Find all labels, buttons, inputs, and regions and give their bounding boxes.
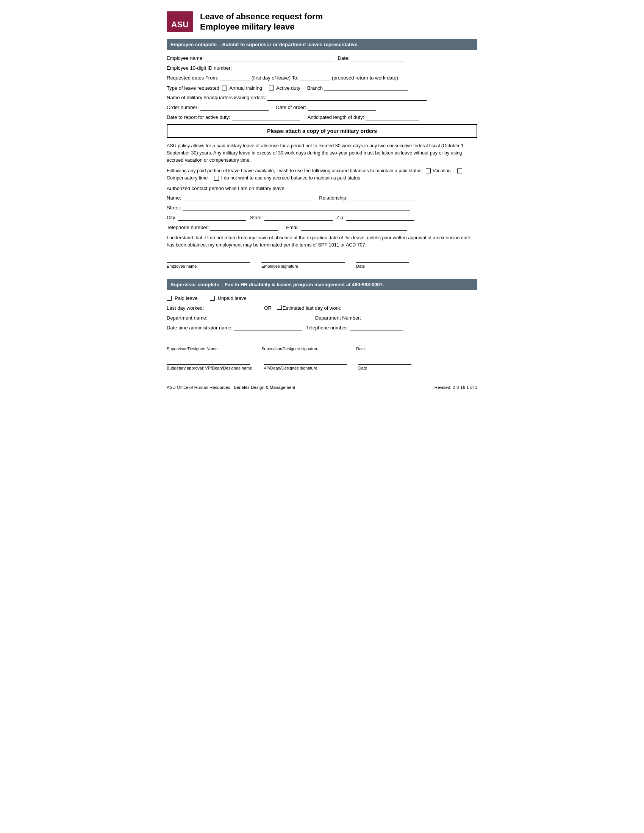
active-duty-label: Active duty [276, 85, 300, 91]
employee-name-sig-label: Employee name [167, 264, 197, 269]
vp-date-label: Date [358, 366, 367, 370]
last-day-label: Last day worked: [167, 305, 204, 311]
military-hq-field[interactable] [267, 95, 427, 101]
relationship-field[interactable] [349, 195, 417, 201]
accrued-balances-row: Following any paid portion of leave I ha… [167, 167, 477, 182]
date-label: Date: [338, 55, 349, 61]
report-date-label: Date to report for active duty: [167, 114, 230, 120]
supervisor-name-label: Supervisor/Designee Name [167, 346, 218, 351]
employee-date-label: Date [356, 264, 365, 269]
employee-sig-line[interactable] [261, 257, 345, 263]
employee-id-field[interactable] [233, 65, 301, 71]
employee-name-sig-field: Employee name [167, 257, 250, 269]
zip-field[interactable] [346, 215, 414, 221]
supervisor-date-line[interactable] [356, 339, 409, 345]
contact-street-row: Street: [167, 205, 477, 211]
dept-name-label: Department name: [167, 315, 208, 321]
last-day-field[interactable] [205, 305, 258, 311]
email-label: Email: [286, 225, 299, 230]
telephone-field[interactable] [210, 225, 279, 231]
employee-signature-field: Employee signature [261, 257, 345, 269]
branch-field[interactable] [324, 85, 407, 91]
vp-sig-field: VP/Dean/Designee signature [264, 359, 347, 370]
zip-label: Zip: [336, 215, 345, 220]
employee-name-label: Employee name: [167, 55, 204, 61]
date-field[interactable] [351, 55, 404, 61]
unpaid-leave-checkbox[interactable] [210, 296, 215, 301]
supervisor-name-field: Supervisor/Designee Name [167, 339, 250, 351]
annual-training-checkbox[interactable] [222, 85, 227, 90]
header-title: Leave of absence request form Employee m… [200, 12, 323, 32]
anticipated-length-field[interactable] [365, 114, 419, 121]
employee-name-row: Employee name: Date: [167, 55, 477, 61]
supervisor-sig-field: Supervisor/Designee signature [261, 339, 345, 351]
employee-name-field[interactable] [205, 55, 334, 61]
supervisor-name-line[interactable] [167, 339, 250, 345]
vp-date-line[interactable] [358, 359, 411, 365]
dept-number-field[interactable] [362, 315, 415, 321]
supervisor-sig-line[interactable] [261, 339, 345, 345]
vp-name-line[interactable] [167, 359, 250, 365]
order-number-field[interactable] [200, 105, 269, 111]
proposed-return-label: (proposed return to work date) [332, 75, 398, 80]
anticipated-length-label: Anticipated length of duty: [308, 114, 364, 120]
order-number-row: Order number: Date of order: [167, 105, 477, 111]
paid-leave-checkbox[interactable] [167, 296, 172, 301]
estimated-last-day-field[interactable] [343, 305, 411, 311]
employee-name-sig-line[interactable] [167, 257, 250, 263]
vacation-checkbox[interactable] [426, 169, 431, 174]
date-time-admin-label: Date time administrator name: [167, 325, 233, 331]
date-of-order-field[interactable] [308, 105, 376, 111]
dept-number-label: Department Number: [315, 315, 361, 321]
street-field[interactable] [183, 205, 410, 211]
title-line1: Leave of absence request form [200, 12, 323, 22]
date-time-admin-field[interactable] [234, 325, 302, 331]
vp-name-field: Budgetary approval: VP/Dean/Designee nam… [167, 359, 252, 370]
footer-right: Revised: 2-8-16 1 of 1 [435, 385, 477, 390]
report-date-row: Date to report for active duty: Anticipa… [167, 114, 477, 121]
relationship-label: Relationship: [319, 195, 348, 201]
contact-header-row: Authorized contact person while I am on … [167, 185, 477, 191]
street-label: Street: [167, 205, 181, 211]
city-field[interactable] [178, 215, 246, 221]
vp-name-label: Budgetary approval: VP/Dean/Designee nam… [167, 366, 252, 370]
footer-left: ASU Office of Human Resources | Benefits… [167, 385, 295, 390]
employee-id-label: Employee 10-digit ID number: [167, 65, 232, 71]
supervisor-date-field: Date [356, 339, 409, 351]
vp-signature-section: Budgetary approval: VP/Dean/Designee nam… [167, 359, 477, 370]
state-field[interactable] [264, 215, 333, 221]
estimated-last-day-checkbox[interactable] [277, 305, 282, 310]
contact-section: Authorized contact person while I am on … [167, 185, 477, 231]
military-hq-label: Name of military headquarters issuing or… [167, 95, 266, 100]
dept-name-field[interactable] [209, 315, 315, 321]
from-date-field[interactable] [220, 75, 250, 81]
active-duty-checkbox[interactable] [269, 85, 274, 90]
type-of-leave-row: Type of leave requested: Annual training… [167, 85, 477, 91]
state-label: State: [250, 215, 263, 220]
attach-orders-box: Please attach a copy of your military or… [167, 124, 477, 138]
contact-name-label: Name: [167, 195, 181, 201]
page-header: ASU Leave of absence request form Employ… [167, 11, 477, 32]
contact-city-row: City: State: Zip: [167, 215, 477, 221]
comp-time-checkbox[interactable] [457, 169, 462, 174]
employee-date-field: Date [356, 257, 409, 269]
email-field[interactable] [301, 225, 407, 231]
supervisor-section-header: Supervisor complete – Fax to HR disabili… [167, 279, 477, 290]
to-date-field[interactable] [300, 75, 330, 81]
vp-sig-line[interactable] [264, 359, 347, 365]
or-label: OR [264, 305, 272, 311]
requested-dates-label: Requested dates From: [167, 75, 218, 80]
branch-label: Branch [307, 85, 323, 91]
employee-sig-label: Employee signature [261, 264, 298, 269]
contact-phone-row: Telephone number: Email: [167, 225, 477, 231]
supervisor-date-label: Date [356, 346, 365, 351]
understand-text: I understand that if I do not return fro… [167, 234, 477, 249]
supervisor-telephone-field[interactable] [349, 325, 402, 331]
contact-name-field[interactable] [183, 195, 311, 201]
report-date-field[interactable] [232, 114, 300, 121]
page-footer: ASU Office of Human Resources | Benefits… [167, 382, 477, 390]
unpaid-leave-label: Unpaid leave [218, 295, 246, 301]
employee-date-line[interactable] [356, 257, 409, 263]
no-accrued-checkbox[interactable] [214, 176, 219, 181]
paid-unpaid-row: Paid leave Unpaid leave [167, 295, 477, 301]
